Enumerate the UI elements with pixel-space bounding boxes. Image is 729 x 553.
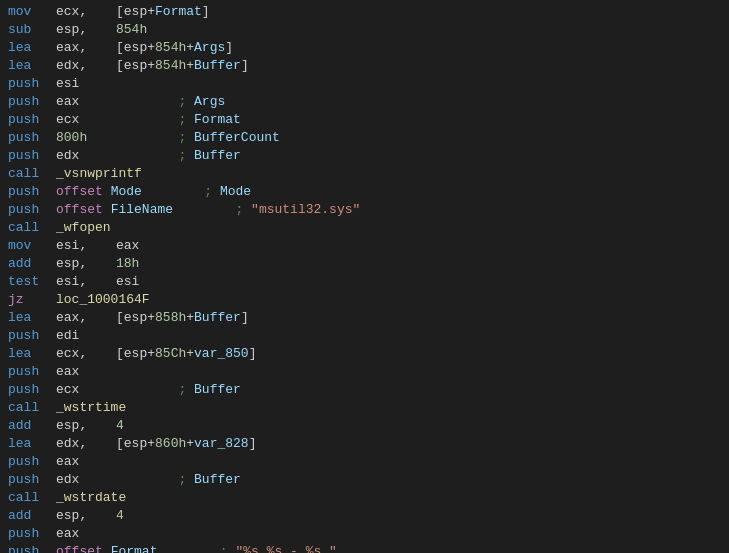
code-line: pusheax [0, 454, 729, 472]
operand1: eax, [56, 40, 116, 55]
operand2: 18h [116, 256, 139, 271]
mnemonic: push [8, 472, 56, 487]
operand1: esi, [56, 238, 116, 253]
mnemonic: push [8, 328, 56, 343]
mnemonic: push [8, 382, 56, 397]
operand1: _wstrtime [56, 400, 126, 415]
mnemonic: call [8, 166, 56, 181]
code-line: movecx,[esp+Format] [0, 4, 729, 22]
code-line: pushedi [0, 328, 729, 346]
operand2: 854h [116, 22, 147, 37]
code-line: push800h ; BufferCount [0, 130, 729, 148]
mnemonic: call [8, 490, 56, 505]
code-line: pushedx ; Buffer [0, 472, 729, 490]
mnemonic: mov [8, 4, 56, 19]
operand1: ecx, [56, 346, 116, 361]
operand1: offset Format [56, 544, 157, 553]
code-line: jzloc_1000164F [0, 292, 729, 310]
mnemonic: push [8, 454, 56, 469]
comment: ; Buffer [178, 148, 240, 163]
code-line: pushoffset Format ; "%s %s - %s " [0, 544, 729, 553]
code-line: leaedx,[esp+854h+Buffer] [0, 58, 729, 76]
mnemonic: add [8, 256, 56, 271]
operand1: offset FileName [56, 202, 173, 217]
comment: ; Mode [204, 184, 251, 199]
code-line: pushecx ; Format [0, 112, 729, 130]
operand1: edi [56, 328, 116, 343]
code-line: pushesi [0, 76, 729, 94]
operand2: [esp+85Ch+var_850] [116, 346, 256, 361]
code-line: call_wstrdate [0, 490, 729, 508]
code-line: addesp,4 [0, 508, 729, 526]
mnemonic: push [8, 364, 56, 379]
operand2: [esp+854h+Args] [116, 40, 233, 55]
code-line: addesp,4 [0, 418, 729, 436]
operand1: ecx, [56, 4, 116, 19]
operand1: eax [56, 526, 116, 541]
mnemonic: add [8, 418, 56, 433]
code-line: pushedx ; Buffer [0, 148, 729, 166]
comment: ; Args [178, 94, 225, 109]
mnemonic: lea [8, 310, 56, 325]
code-line: movesi,eax [0, 238, 729, 256]
code-view: movecx,[esp+Format]subesp,854hleaeax,[es… [0, 0, 729, 553]
operand1: 800h [56, 130, 116, 145]
code-line: testesi,esi [0, 274, 729, 292]
mnemonic: push [8, 544, 56, 553]
mnemonic: lea [8, 58, 56, 73]
code-line: addesp,18h [0, 256, 729, 274]
operand2: 4 [116, 418, 124, 433]
mnemonic: push [8, 184, 56, 199]
mnemonic: push [8, 112, 56, 127]
mnemonic: push [8, 202, 56, 217]
operand1: edx, [56, 436, 116, 451]
operand1: ecx [56, 382, 116, 397]
operand1: esi [56, 76, 116, 91]
operand2: [esp+Format] [116, 4, 210, 19]
operand1: _wfopen [56, 220, 116, 235]
mnemonic: add [8, 508, 56, 523]
mnemonic: mov [8, 238, 56, 253]
operand1: offset Mode [56, 184, 142, 199]
mnemonic: push [8, 526, 56, 541]
mnemonic: lea [8, 346, 56, 361]
operand1: esp, [56, 418, 116, 433]
operand2: [esp+858h+Buffer] [116, 310, 249, 325]
operand1: _vsnwprintf [56, 166, 142, 181]
operand1: esp, [56, 256, 116, 271]
operand2: 4 [116, 508, 124, 523]
mnemonic: push [8, 148, 56, 163]
comment: ; "%s %s - %s " [220, 544, 337, 553]
mnemonic: push [8, 94, 56, 109]
code-line: leaecx,[esp+85Ch+var_850] [0, 346, 729, 364]
code-line: call_wstrtime [0, 400, 729, 418]
operand1: eax [56, 94, 116, 109]
operand1: edx [56, 148, 116, 163]
code-line: pusheax [0, 526, 729, 544]
code-line: pusheax ; Args [0, 94, 729, 112]
operand1: eax [56, 454, 116, 469]
code-line: pushoffset Mode ; Mode [0, 184, 729, 202]
operand2: [esp+854h+Buffer] [116, 58, 249, 73]
mnemonic: test [8, 274, 56, 289]
mnemonic: call [8, 220, 56, 235]
mnemonic: lea [8, 40, 56, 55]
code-line: pushoffset FileName ; "msutil32.sys" [0, 202, 729, 220]
operand1: esp, [56, 22, 116, 37]
mnemonic: call [8, 400, 56, 415]
code-line: subesp,854h [0, 22, 729, 40]
operand1: eax, [56, 310, 116, 325]
operand1: esi, [56, 274, 116, 289]
operand2: [esp+860h+var_828] [116, 436, 256, 451]
code-line: pushecx ; Buffer [0, 382, 729, 400]
comment: ; "msutil32.sys" [235, 202, 360, 217]
code-line: call_vsnwprintf [0, 166, 729, 184]
code-line: leaeax,[esp+854h+Args] [0, 40, 729, 58]
operand2: eax [116, 238, 139, 253]
operand1: eax [56, 364, 116, 379]
mnemonic: lea [8, 436, 56, 451]
operand1: ecx [56, 112, 116, 127]
operand1: edx [56, 472, 116, 487]
operand2: esi [116, 274, 139, 289]
mnemonic: jz [8, 292, 56, 307]
